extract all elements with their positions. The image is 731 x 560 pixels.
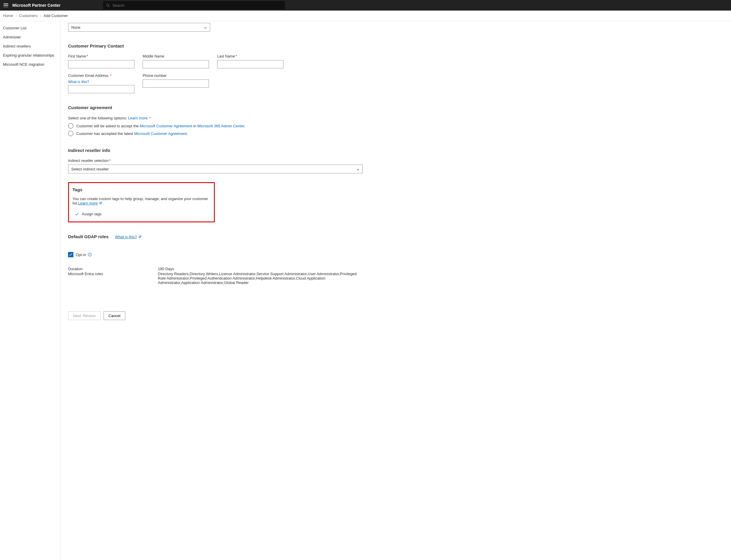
- chevron-right-icon: ›: [40, 13, 41, 18]
- middle-name-input[interactable]: [143, 60, 209, 68]
- duration-value: 180 Days: [158, 267, 363, 271]
- main-content: None Customer Primary Contact First Name…: [60, 21, 363, 560]
- email-input[interactable]: [68, 85, 134, 93]
- svg-rect-2: [90, 254, 90, 256]
- mca-link-2[interactable]: Microsoft Customer Agreement: [134, 131, 187, 136]
- section-contact-heading: Customer Primary Contact: [68, 43, 363, 48]
- external-link-icon: [99, 201, 102, 205]
- duration-label: Duration: [68, 267, 158, 271]
- breadcrumb-current: Add Customer: [43, 13, 68, 18]
- optin-row: Opt-in: [68, 252, 363, 257]
- breadcrumb-home[interactable]: Home: [3, 13, 13, 18]
- chevron-down-icon: [356, 168, 359, 170]
- section-reseller-heading: Indirect reseller info: [68, 148, 363, 153]
- reseller-label: Indirect reseller selection*: [68, 159, 363, 163]
- sidebar-item-customer-list[interactable]: Customer List: [0, 23, 60, 33]
- sidebar-item-nce-migration[interactable]: Microsoft NCE migration: [0, 60, 60, 69]
- cancel-button[interactable]: Cancel: [104, 311, 125, 320]
- section-gdap-heading: Default GDAP roles: [68, 234, 109, 239]
- optin-checkbox[interactable]: [68, 252, 73, 257]
- breadcrumb-customers[interactable]: Customers: [19, 13, 38, 18]
- sidebar: Customer List Administer Indirect resell…: [0, 21, 60, 560]
- radio-icon: [68, 131, 73, 136]
- sidebar-item-administer[interactable]: Administer: [0, 33, 60, 42]
- tags-section: Tags You can create custom tags to help …: [68, 182, 215, 222]
- hamburger-icon[interactable]: [4, 4, 8, 7]
- external-link-icon: [138, 235, 142, 238]
- tags-heading: Tags: [72, 187, 210, 192]
- agreement-option-2[interactable]: Customer has accepted the latest Microso…: [68, 131, 363, 136]
- phone-label: Phone number: [143, 74, 209, 78]
- section-agreement-heading: Customer agreement: [68, 105, 363, 110]
- breadcrumb: Home › Customers › Add Customer: [0, 11, 731, 21]
- search-icon: [106, 3, 110, 7]
- chevron-down-icon: [204, 26, 207, 29]
- info-icon[interactable]: [88, 253, 92, 257]
- search-input[interactable]: [112, 3, 282, 8]
- checkmark-icon: [75, 212, 79, 216]
- optin-label: Opt-in: [76, 253, 86, 257]
- brand-title: Microsoft Partner Center: [12, 3, 60, 8]
- svg-point-1: [90, 254, 90, 254]
- radio-icon: [68, 123, 73, 128]
- top-bar: Microsoft Partner Center: [0, 0, 731, 11]
- reseller-select[interactable]: Select indirect reseller: [68, 165, 363, 173]
- agreement-learn-more-link[interactable]: Learn more: [128, 116, 148, 120]
- entra-roles-value: Directory Readers,Directory Writers,Lice…: [158, 272, 363, 285]
- chevron-right-icon: ›: [16, 13, 17, 18]
- email-help-link[interactable]: What is this?: [68, 80, 89, 84]
- gdap-details: Duration 180 Days Microsoft Entra roles …: [68, 267, 363, 285]
- first-name-label: First Name*: [68, 54, 134, 58]
- phone-input[interactable]: [143, 79, 209, 88]
- email-label: Customer Email Address *: [68, 74, 134, 78]
- first-name-input[interactable]: [68, 60, 134, 68]
- gdap-what-is-link[interactable]: What is this?: [115, 235, 141, 239]
- last-name-label: Last Name*: [217, 54, 283, 58]
- agreement-helper: Select one of the following options: Lea…: [68, 116, 363, 120]
- agreement-option-1[interactable]: Customer will be asked to accept the Mic…: [68, 123, 363, 128]
- search-container[interactable]: [103, 1, 285, 9]
- entra-roles-label: Microsoft Entra roles: [68, 272, 158, 285]
- mca-link[interactable]: Microsoft Customer Agreement: [140, 124, 192, 128]
- m365-admin-link[interactable]: Microsoft 365 Admin Center: [197, 124, 244, 128]
- checkmark-icon: [69, 253, 72, 256]
- sidebar-item-expiring-relationships[interactable]: Expiring granular relationships: [0, 51, 60, 60]
- top-select-value: None: [71, 25, 80, 30]
- assign-tags-label: Assign tags: [82, 212, 101, 216]
- next-review-button[interactable]: Next: Review: [68, 311, 101, 320]
- assign-tags-button[interactable]: Assign tags: [72, 212, 210, 216]
- tags-description: You can create custom tags to help group…: [72, 197, 210, 205]
- top-select[interactable]: None: [68, 23, 210, 32]
- middle-name-label: Middle Name: [143, 54, 209, 58]
- last-name-input[interactable]: [217, 60, 283, 68]
- reseller-select-value: Select indirect reseller: [71, 167, 109, 171]
- sidebar-item-indirect-resellers[interactable]: Indirect resellers: [0, 42, 60, 51]
- footer-buttons: Next: Review Cancel: [68, 311, 363, 320]
- tags-learn-more-link[interactable]: Learn more: [78, 201, 102, 205]
